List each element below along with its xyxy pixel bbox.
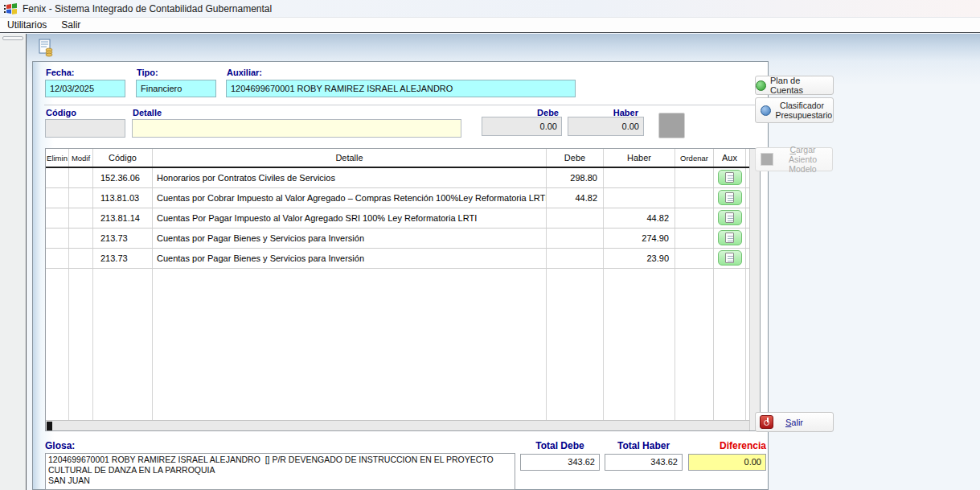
- detalle-label: Detalle: [133, 108, 162, 117]
- grid-header-row: Elimin Modif Código Detalle Debe Haber O…: [46, 149, 749, 168]
- cell-elimin[interactable]: [46, 188, 69, 208]
- horizontal-scrollbar[interactable]: [46, 420, 749, 430]
- cell-aux: [714, 208, 746, 228]
- cell-aux: [714, 249, 746, 268]
- salir-button[interactable]: Salir: [755, 412, 834, 432]
- vertical-scrollbar[interactable]: [749, 149, 760, 430]
- glosa-label: Glosa:: [45, 440, 75, 451]
- new-entry-toolbar-button[interactable]: [35, 39, 56, 60]
- cell-debe: [547, 249, 604, 268]
- cell-modif[interactable]: [69, 229, 93, 248]
- grid-row[interactable]: 213.73 Cuentas por Pagar Bienes y Servic…: [46, 249, 749, 269]
- grid-row[interactable]: 213.81.14 Cuentas Por Pagar Impuesto al …: [46, 208, 749, 229]
- cell-modif[interactable]: [69, 168, 93, 187]
- cell-debe: [547, 229, 604, 248]
- total-debe-field: 343.62: [520, 454, 600, 471]
- cell-codigo: 213.73: [93, 229, 153, 248]
- col-header-modif[interactable]: Modif: [69, 149, 93, 167]
- notepad-icon: [725, 192, 734, 203]
- voucher-panel: Fecha: 12/03/2025 Tipo: Financiero Auxil…: [32, 61, 769, 490]
- haber-input[interactable]: 0.00: [568, 117, 644, 136]
- aux-button[interactable]: [718, 250, 742, 266]
- codigo-label: Código: [46, 108, 76, 117]
- menu-bar: Utilitarios Salir: [0, 18, 980, 33]
- separator-line: [44, 105, 758, 105]
- total-haber-label: Total Haber: [605, 440, 683, 451]
- col-header-aux[interactable]: Aux: [714, 149, 746, 167]
- clasificador-presupuestario-button[interactable]: Clasificador Presupuestario: [755, 97, 834, 123]
- cell-ordenar[interactable]: [675, 249, 714, 268]
- cell-elimin[interactable]: [46, 229, 69, 248]
- app-logo-icon: [4, 2, 18, 15]
- notepad-icon: [725, 172, 734, 183]
- aux-button[interactable]: [718, 190, 742, 205]
- add-entry-button[interactable]: [658, 113, 685, 138]
- cell-ordenar[interactable]: [675, 229, 714, 248]
- auxiliar-field[interactable]: 1204699670001 ROBY RAMIREZ ISRAEL ALEJAN…: [226, 80, 576, 97]
- aux-button[interactable]: [718, 230, 742, 245]
- cell-codigo: 113.81.03: [93, 188, 153, 208]
- cell-haber: 274.90: [604, 229, 675, 248]
- cell-detalle: Cuentas por Pagar Bienes y Servicios par…: [153, 229, 547, 248]
- entries-grid: Elimin Modif Código Detalle Debe Haber O…: [45, 148, 761, 431]
- tipo-label: Tipo:: [137, 68, 158, 77]
- cell-modif[interactable]: [69, 188, 93, 208]
- grid-row[interactable]: 113.81.03 Cuentas por Cobrar Impuesto al…: [46, 188, 749, 208]
- panel-grip-handle[interactable]: [2, 36, 23, 40]
- glosa-textarea[interactable]: 1204699670001 ROBY RAMIREZ ISRAEL ALEJAN…: [45, 453, 515, 490]
- green-sphere-icon: [756, 80, 766, 91]
- cell-elimin[interactable]: [46, 168, 69, 187]
- aux-button[interactable]: [718, 210, 742, 225]
- col-header-codigo[interactable]: Código: [93, 149, 153, 167]
- aux-button[interactable]: [718, 170, 742, 185]
- total-debe-label: Total Debe: [520, 440, 600, 451]
- cell-codigo: 213.81.14: [93, 208, 153, 228]
- cell-ordenar[interactable]: [675, 168, 714, 187]
- grid-empty-area: [46, 269, 749, 420]
- cell-elimin[interactable]: [46, 208, 69, 228]
- tipo-field[interactable]: Financiero: [136, 80, 216, 97]
- col-header-debe[interactable]: Debe: [547, 149, 604, 167]
- grid-row[interactable]: 152.36.06 Honorarios por Contratos Civil…: [46, 168, 749, 188]
- cell-elimin[interactable]: [46, 249, 69, 268]
- window-title: Fenix - Sistema Integrado de Contabilida…: [23, 3, 272, 14]
- application-window: Fenix - Sistema Integrado de Contabilida…: [0, 0, 980, 490]
- detalle-input[interactable]: [132, 119, 461, 138]
- cargar-asiento-label: Cargar Asiento Modelo: [778, 145, 828, 174]
- col-header-detalle[interactable]: Detalle: [153, 149, 547, 167]
- cell-modif[interactable]: [69, 208, 93, 228]
- cell-aux: [714, 229, 746, 248]
- grid-row[interactable]: 213.73 Cuentas por Pagar Bienes y Servic…: [46, 229, 749, 249]
- col-header-elimin[interactable]: Elimin: [46, 149, 69, 167]
- cell-haber: [604, 168, 675, 187]
- codigo-input[interactable]: [45, 119, 125, 138]
- cell-ordenar[interactable]: [675, 188, 714, 208]
- cell-modif[interactable]: [69, 249, 93, 268]
- fecha-field[interactable]: 12/03/2025: [45, 80, 125, 97]
- menu-salir[interactable]: Salir: [54, 18, 88, 32]
- plan-de-cuentas-button[interactable]: Plan de Cuentas: [755, 76, 834, 95]
- cell-detalle: Cuentas por Pagar Bienes y Servicios par…: [153, 249, 547, 268]
- left-collapsed-panel: [0, 34, 27, 490]
- diferencia-field: 0.00: [688, 454, 766, 471]
- menu-utilitarios[interactable]: Utilitarios: [0, 18, 54, 32]
- total-haber-field: 343.62: [605, 454, 683, 471]
- col-header-ordenar[interactable]: Ordenar: [675, 149, 714, 167]
- clasificador-label: Clasificador Presupuestario: [776, 101, 829, 120]
- fecha-label: Fecha:: [46, 68, 74, 77]
- cell-detalle: Cuentas por Cobrar Impuesto al Valor Agr…: [153, 188, 547, 208]
- horizontal-scrollbar-thumb[interactable]: [47, 422, 52, 430]
- auxiliar-label: Auxiliar:: [227, 68, 262, 77]
- title-bar: Fenix - Sistema Integrado de Contabilida…: [0, 0, 980, 18]
- cell-aux: [714, 168, 746, 187]
- cell-ordenar[interactable]: [675, 208, 714, 228]
- notepad-icon: [725, 253, 734, 263]
- gray-square-icon: [761, 153, 773, 166]
- cell-debe: 44.82: [547, 188, 604, 208]
- cell-codigo: 152.36.06: [93, 168, 153, 187]
- document-coins-icon: [38, 39, 55, 60]
- cargar-asiento-modelo-button[interactable]: Cargar Asiento Modelo: [755, 147, 833, 171]
- debe-input[interactable]: 0.00: [482, 117, 562, 136]
- col-header-haber[interactable]: Haber: [604, 149, 675, 167]
- notepad-icon: [725, 233, 734, 243]
